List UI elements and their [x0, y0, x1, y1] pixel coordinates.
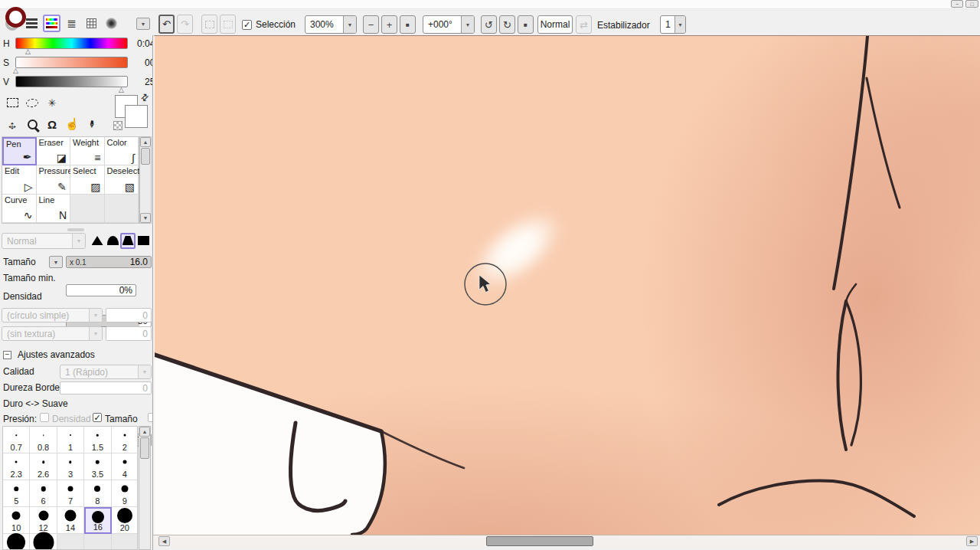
angle-dropdown-arrow[interactable]: ▼	[461, 16, 474, 33]
scroll-down-button[interactable]: ▼	[140, 213, 151, 223]
brush-shape-amount[interactable]: 0	[106, 308, 152, 322]
size-preset-cell[interactable]: 7	[57, 480, 84, 507]
rotate-cw-button[interactable]: ↻	[499, 15, 515, 34]
brush-texture-arrow[interactable]: ▼	[89, 327, 102, 340]
blur-dot-button[interactable]	[103, 15, 120, 32]
window-minimize-button[interactable]: −	[951, 0, 963, 8]
scroll-left-button[interactable]: ◀	[158, 536, 170, 546]
saturation-slider[interactable]	[15, 57, 128, 68]
size-preset-cell[interactable]: 3.5	[84, 453, 111, 480]
lasso-tool-button[interactable]	[23, 93, 41, 112]
size-preset-cell[interactable]: 0.8	[30, 427, 57, 453]
angle-dropdown[interactable]: +000° ▼	[423, 15, 475, 34]
paint-mode-arrow[interactable]: ▼	[72, 234, 85, 248]
scroll-thumb[interactable]	[141, 148, 150, 165]
size-unit-button[interactable]: ▼	[49, 256, 63, 268]
size-preset-cell[interactable]: 2.6	[30, 453, 57, 480]
rgb-sliders-button[interactable]	[43, 15, 60, 32]
zoom-dropdown-arrow[interactable]: ▼	[343, 16, 356, 33]
zoom-reset-button[interactable]: ■	[400, 15, 416, 34]
rotate-ccw-button[interactable]: ↺	[481, 15, 497, 34]
advanced-header[interactable]: − Ajustes avanzados	[3, 349, 95, 360]
tool-grid-scrollbar[interactable]: ▲ ▼	[139, 136, 152, 224]
selection-toggle[interactable]: ✓ Selección	[242, 19, 296, 30]
marquee-tool-button[interactable]	[3, 93, 21, 112]
secondary-color-swatch[interactable]	[125, 105, 148, 128]
brush-texture-amount[interactable]: 0	[106, 326, 152, 341]
edge-hardness-value[interactable]: 0	[60, 381, 152, 394]
brush-tip-flat[interactable]	[136, 233, 151, 249]
panel-resize-handle[interactable]	[67, 228, 84, 231]
brush-tip-curve[interactable]	[120, 233, 136, 249]
magic-wand-button[interactable]: ✳	[43, 93, 61, 112]
scroll-thumb[interactable]	[140, 437, 149, 459]
min-size-slider[interactable]: 0%	[66, 284, 136, 296]
size-preset-cell[interactable]: 20	[112, 507, 138, 534]
tool-cell[interactable]: Eraser ◪	[37, 137, 71, 165]
size-preset-cell[interactable]: 10	[3, 507, 30, 534]
size-preset-cell[interactable]: 3	[57, 453, 84, 480]
size-slider[interactable]: x 0.1 16.0	[66, 256, 152, 268]
mixer-lines-button[interactable]: ≣	[63, 15, 80, 32]
brush-shape-arrow[interactable]: ▼	[89, 309, 102, 322]
size-preset-cell[interactable]: 16	[84, 507, 111, 534]
invert-selection-button[interactable]	[220, 15, 236, 34]
brush-tip-spike[interactable]	[90, 233, 105, 249]
scroll-right-button[interactable]: ▶	[966, 536, 978, 546]
size-preset-cell[interactable]: 1	[57, 427, 84, 453]
rotate-view-button[interactable]: Ω	[43, 115, 61, 133]
size-grid-scrollbar[interactable]: ▲	[139, 426, 151, 550]
scroll-up-button[interactable]: ▲	[139, 427, 150, 437]
brush-texture-dropdown[interactable]: (sin textura) ▼	[2, 326, 103, 341]
rotate-reset-button[interactable]: ■	[518, 15, 534, 34]
size-preset-cell[interactable]	[84, 534, 111, 550]
tool-cell[interactable]	[105, 195, 139, 223]
size-preset-cell[interactable]	[30, 534, 57, 550]
collapse-icon[interactable]: −	[3, 351, 11, 359]
size-preset-cell[interactable]: 2.3	[3, 453, 30, 480]
swatch-grid-button[interactable]	[83, 15, 100, 32]
zoom-out-button[interactable]: −	[363, 15, 379, 34]
selection-checkbox[interactable]: ✓	[242, 20, 252, 30]
tool-cell[interactable]: Edit ▷	[2, 165, 37, 194]
size-preset-cell[interactable]: 2	[112, 427, 138, 453]
tool-cell[interactable]: Select ▨	[70, 165, 105, 194]
undo-button[interactable]: ↶	[158, 15, 175, 34]
saturation-slider-handle[interactable]: △	[13, 67, 18, 74]
tool-cell[interactable]: Deselect ▧	[105, 165, 139, 194]
eyedropper-button[interactable]: ✒	[83, 115, 101, 133]
size-preset-cell[interactable]: 1.5	[84, 427, 111, 453]
size-preset-cell[interactable]	[3, 534, 30, 550]
tool-cell[interactable]: Line N	[37, 195, 71, 223]
zoom-level-dropdown[interactable]: 300% ▼	[305, 15, 357, 34]
tool-cell[interactable]: Curve ∿	[2, 195, 37, 223]
size-preset-cell[interactable]: 4	[112, 453, 138, 480]
stabilizer-dropdown[interactable]: 1 ▼	[660, 15, 686, 34]
hue-slider-handle[interactable]: △	[25, 48, 31, 55]
zoom-tool-button[interactable]	[23, 115, 41, 133]
pressure-size-checkbox[interactable]: ✓	[93, 413, 102, 422]
size-preset-cell[interactable]: 6	[30, 480, 57, 507]
quality-arrow[interactable]: ▼	[138, 365, 151, 378]
value-slider[interactable]	[15, 76, 128, 87]
swap-colors-icon[interactable]: ⇄	[139, 90, 152, 103]
size-preset-cell[interactable]: 12	[30, 507, 57, 534]
scroll-up-button[interactable]: ▲	[140, 137, 151, 147]
brush-tip-round[interactable]	[105, 233, 120, 249]
size-preset-cell[interactable]: 0.7	[3, 427, 30, 453]
size-preset-cell[interactable]: 14	[57, 507, 84, 534]
value-slider-handle[interactable]: △	[119, 87, 124, 93]
tool-cell[interactable]: Weight ≡	[70, 137, 105, 165]
size-preset-cell[interactable]	[57, 534, 84, 550]
tool-cell[interactable]	[70, 195, 105, 223]
size-preset-cell[interactable]: 9	[112, 480, 138, 507]
tool-cell[interactable]: Pen ✒	[2, 137, 37, 165]
paint-mode-dropdown[interactable]: Normal ▼	[2, 233, 86, 249]
hue-slider[interactable]	[15, 38, 128, 49]
window-restore-button[interactable]: □	[965, 0, 978, 8]
size-preset-cell[interactable]	[112, 534, 138, 550]
size-preset-cell[interactable]: 8	[84, 480, 111, 507]
deselect-all-button[interactable]	[201, 15, 217, 34]
stabilizer-dropdown-arrow[interactable]: ▼	[675, 16, 685, 33]
pressure-density-checkbox[interactable]	[40, 413, 49, 422]
